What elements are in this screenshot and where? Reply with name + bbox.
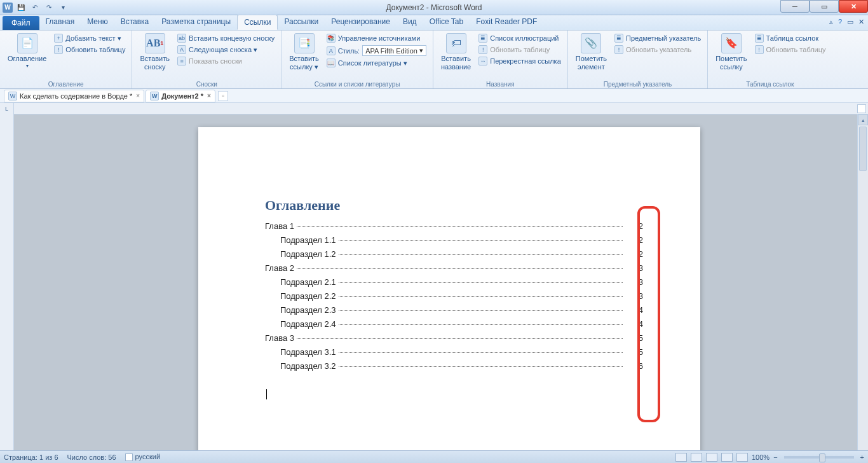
scroll-up-button[interactable]: ▴ (858, 114, 868, 125)
ruler-toggle-button[interactable] (857, 104, 866, 113)
scroll-thumb[interactable] (859, 127, 867, 171)
refresh-icon: ! (614, 45, 623, 54)
view-print-button[interactable] (675, 453, 687, 462)
page[interactable]: Оглавление Глава 12Подраздел 1.12Подразд… (198, 127, 700, 450)
ribbon-tab-разметка-страницы[interactable]: Разметка страницы (155, 15, 237, 30)
toc-entry[interactable]: Подраздел 2.34 (265, 305, 643, 315)
close-button[interactable]: ✕ (839, 0, 868, 13)
toa-icon: 🔖 (721, 33, 742, 53)
vertical-ruler[interactable] (0, 114, 14, 450)
window-title: Документ2 - Microsoft Word (386, 3, 482, 12)
status-bar: Страница: 1 из 6 Число слов: 56 русский … (0, 450, 868, 463)
mark-entry-button[interactable]: 📎 Пометить элемент (573, 32, 609, 79)
minimize-button[interactable]: ─ (780, 0, 810, 13)
ribbon-tab-рецензирование[interactable]: Рецензирование (325, 15, 397, 30)
ribbon-tab-foxit-reader-pdf[interactable]: Foxit Reader PDF (470, 15, 543, 30)
maximize-button[interactable]: ▭ (810, 0, 839, 13)
doc-tab[interactable]: WКак сделать содержание в Ворде *× (4, 90, 144, 102)
list-illustrations-button[interactable]: ≣Список иллюстраций (477, 33, 562, 43)
new-doc-tab-button[interactable]: ▫ (218, 91, 228, 101)
qat-more-button[interactable]: ▾ (57, 2, 69, 13)
group-citations: 📑 Вставить ссылку ▾ 📚Управление источник… (281, 31, 433, 88)
undo-button[interactable]: ↶ (29, 2, 41, 13)
toc-entry[interactable]: Подраздел 3.15 (265, 347, 643, 357)
group-index: 📎 Пометить элемент ≣Предметный указатель… (568, 31, 708, 88)
show-icon: ≡ (177, 57, 186, 66)
toc-entry[interactable]: Подраздел 2.13 (265, 277, 643, 287)
update-captions-button[interactable]: !Обновить таблицу (477, 45, 562, 55)
toc-entry[interactable]: Подраздел 2.23 (265, 291, 643, 301)
insert-endnote-button[interactable]: abВставить концевую сноску (176, 33, 276, 43)
insert-citation-button[interactable]: 📑 Вставить ссылку ▾ (287, 32, 322, 79)
add-text-button[interactable]: +Добавить текст ▾ (53, 33, 126, 43)
insert-index-button[interactable]: ≣Предметный указатель (613, 33, 702, 43)
tab-selector[interactable]: L (0, 103, 14, 114)
citation-style-combo[interactable]: AСтиль: APA Fifth Edition▾ (325, 45, 428, 57)
doc-tab[interactable]: WДокумент2 *× (146, 90, 215, 102)
document-canvas[interactable]: Оглавление Глава 12Подраздел 1.12Подразд… (14, 114, 868, 450)
mark-citation-button[interactable]: 🔖 Пометить ссылку (713, 32, 749, 79)
zoom-in-button[interactable]: + (860, 453, 864, 461)
zoom-out-button[interactable]: − (773, 453, 777, 461)
options-icon[interactable]: ▭ (847, 18, 853, 26)
insert-caption-button[interactable]: 🏷 Вставить название (438, 32, 473, 79)
ribbon-tab-главная[interactable]: Главная (39, 15, 81, 30)
next-icon: A (177, 45, 186, 54)
cross-reference-button[interactable]: ↔Перекрестная ссылка (477, 56, 562, 66)
insert-footnote-button[interactable]: AB1 Вставить сноску (137, 32, 172, 79)
ribbon-tab-рассылки[interactable]: Рассылки (278, 15, 325, 30)
toc-entry[interactable]: Глава 35 (265, 333, 643, 343)
status-page[interactable]: Страница: 1 из 6 (4, 453, 58, 461)
ribbon-tab-ссылки[interactable]: Ссылки (237, 15, 278, 30)
word-doc-icon: W (150, 92, 159, 100)
redo-button[interactable]: ↷ (43, 2, 55, 13)
ribbon-tab-office-tab[interactable]: Office Tab (423, 15, 470, 30)
group-label: Оглавление (5, 79, 126, 88)
group-toc: 📄 Оглавление▾ +Добавить текст ▾ !Обновит… (0, 31, 132, 88)
toc-entry[interactable]: Подраздел 1.12 (265, 235, 643, 245)
ribbon-tab-вставка[interactable]: Вставка (114, 15, 156, 30)
word-app-icon[interactable]: W (3, 3, 13, 13)
view-web-button[interactable] (706, 453, 717, 462)
view-fullscreen-button[interactable] (691, 453, 702, 462)
toc-entry[interactable]: Глава 12 (265, 221, 643, 231)
update-toa-button[interactable]: !Обновить таблицу (754, 45, 827, 55)
help-icon[interactable]: ? (838, 18, 842, 26)
refresh-icon: ! (54, 45, 63, 54)
update-toc-button[interactable]: !Обновить таблицу (53, 45, 126, 55)
zoom-level[interactable]: 100% (752, 453, 770, 461)
manage-sources-button[interactable]: 📚Управление источниками (325, 33, 428, 43)
toc-button[interactable]: 📄 Оглавление▾ (5, 32, 49, 79)
update-index-button[interactable]: !Обновить указатель (613, 45, 702, 55)
save-button[interactable]: 💾 (15, 2, 27, 13)
show-footnotes-button[interactable]: ≡Показать сноски (176, 56, 276, 66)
group-captions: 🏷 Вставить название ≣Список иллюстраций … (433, 31, 568, 88)
crossref-icon: ↔ (478, 57, 487, 66)
view-outline-button[interactable] (721, 453, 733, 462)
close-doc-icon[interactable]: ✕ (858, 18, 864, 26)
next-footnote-button[interactable]: AСледующая сноска ▾ (176, 45, 276, 55)
insert-toa-button[interactable]: ≣Таблица ссылок (754, 33, 827, 43)
toc-entry[interactable]: Подраздел 3.26 (265, 361, 643, 371)
group-label: Таблица ссылок (713, 79, 827, 88)
close-tab-icon[interactable]: × (136, 92, 140, 99)
ribbon-tab-вид[interactable]: Вид (397, 15, 423, 30)
toc-entry[interactable]: Подраздел 1.22 (265, 249, 643, 259)
toc-icon: 📄 (17, 33, 37, 53)
quick-access-toolbar: W 💾 ↶ ↷ ▾ (0, 2, 69, 13)
plus-icon: + (54, 34, 63, 43)
close-tab-icon[interactable]: × (207, 92, 211, 99)
view-draft-button[interactable] (736, 453, 748, 462)
group-toa: 🔖 Пометить ссылку ≣Таблица ссылок !Обнов… (708, 31, 832, 88)
bibliography-button[interactable]: 📖Список литературы ▾ (325, 58, 428, 68)
vertical-scrollbar[interactable]: ▴ (857, 114, 868, 450)
group-label: Названия (438, 79, 562, 88)
zoom-slider[interactable] (784, 456, 854, 459)
ribbon-tab-меню[interactable]: Меню (81, 15, 114, 30)
toc-entry[interactable]: Подраздел 2.44 (265, 319, 643, 329)
toc-entry[interactable]: Глава 23 (265, 263, 643, 273)
file-tab[interactable]: Файл (3, 16, 39, 30)
minimize-ribbon-icon[interactable]: ▵ (829, 18, 833, 26)
status-words[interactable]: Число слов: 56 (67, 453, 116, 461)
status-lang[interactable]: русский (125, 453, 160, 461)
